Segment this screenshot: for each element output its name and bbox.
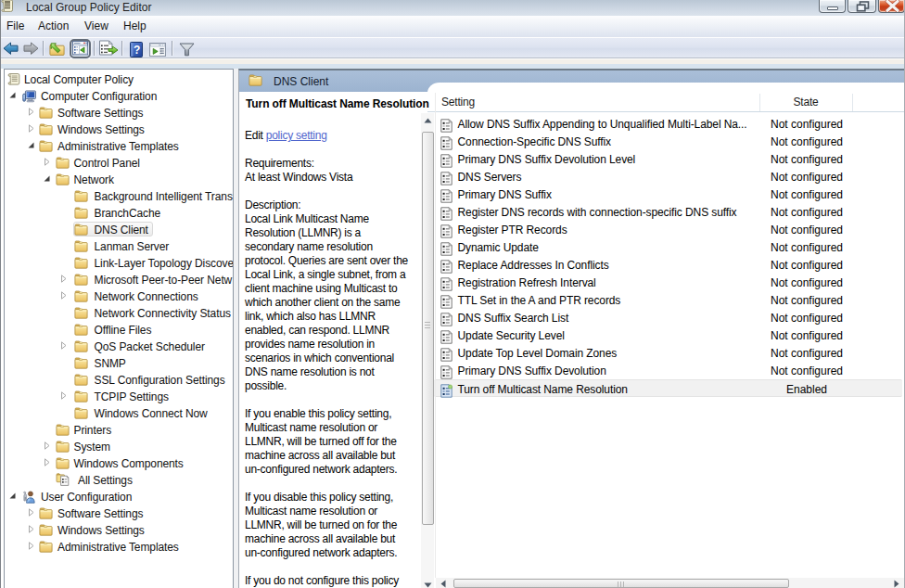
svg-text:?: ? — [134, 44, 140, 57]
